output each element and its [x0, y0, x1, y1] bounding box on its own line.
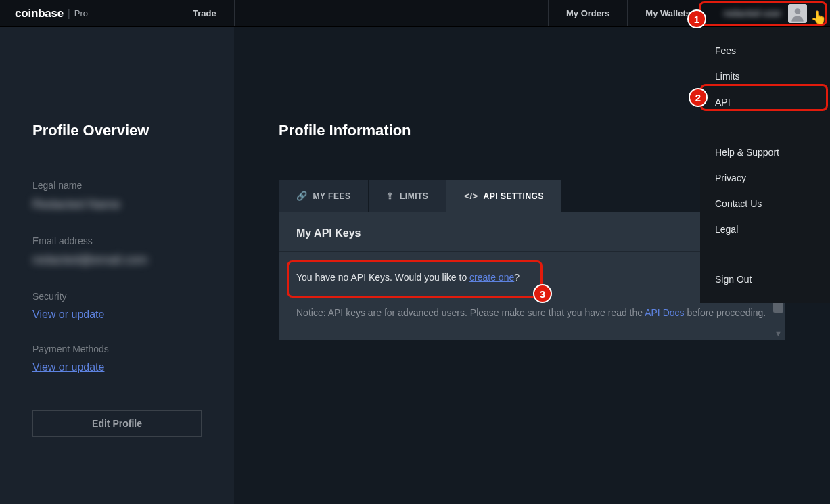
user-display-name: redacted user [724, 8, 781, 18]
code-icon: </> [464, 191, 478, 201]
security-label: Security [32, 291, 202, 302]
tab-limits[interactable]: ⇪ LIMITS [369, 180, 446, 212]
payment-label: Payment Methods [32, 344, 202, 354]
no-api-text-prefix: You have no API Keys. Would you like to [296, 272, 469, 283]
payment-link[interactable]: View or update [32, 361, 104, 373]
main-content: Profile Information 🔗 MY FEES ⇪ LIMITS <… [234, 27, 830, 504]
create-one-link[interactable]: create one [469, 272, 514, 283]
notice-prefix: Notice: API keys are for advanced users.… [296, 307, 645, 318]
brand-logo[interactable]: coinbase | Pro [0, 0, 175, 26]
edit-profile-button[interactable]: Edit Profile [32, 410, 202, 437]
tab-api-settings[interactable]: </> API SETTINGS [446, 180, 562, 212]
nav-my-orders[interactable]: My Orders [548, 0, 627, 26]
tab-my-fees[interactable]: 🔗 MY FEES [279, 180, 369, 212]
api-docs-link[interactable]: API Docs [645, 307, 684, 318]
user-dropdown: Fees Limits API Help & Support Privacy C… [700, 27, 830, 303]
tab-api-settings-label: API SETTINGS [484, 191, 544, 201]
panel-title: My API Keys [296, 227, 361, 239]
tab-limits-label: LIMITS [400, 191, 428, 201]
top-nav: coinbase | Pro Trade My Orders My Wallet… [0, 0, 830, 27]
nav-my-wallets[interactable]: My Wallets [627, 0, 708, 26]
dd-legal[interactable]: Legal [700, 216, 830, 242]
api-notice: Notice: API keys are for advanced users.… [279, 303, 785, 320]
dd-contact[interactable]: Contact Us [700, 191, 830, 216]
email-value: redacted@email.com [32, 253, 202, 268]
notice-suffix: before proceeding. [685, 307, 766, 318]
no-api-text-suffix: ? [514, 272, 520, 283]
nav-trade[interactable]: Trade [175, 0, 235, 26]
chevron-up-icon: ⌃ [814, 9, 821, 18]
user-menu-toggle[interactable]: redacted user ⌃ 👆 [708, 0, 830, 26]
sidebar: Profile Overview Legal name Redacted Nam… [0, 27, 234, 504]
dd-help[interactable]: Help & Support [700, 139, 830, 165]
dd-signout[interactable]: Sign Out [700, 267, 830, 292]
legal-name-label: Legal name [32, 180, 202, 191]
link-icon: 🔗 [296, 191, 308, 201]
tab-my-fees-label: MY FEES [313, 191, 351, 201]
upload-icon: ⇪ [386, 191, 394, 201]
dd-fees[interactable]: Fees [700, 38, 830, 64]
brand-name: coinbase [15, 7, 64, 20]
brand-suffix: Pro [74, 8, 88, 18]
scrollbar-down-icon[interactable]: ▼ [773, 329, 783, 339]
email-label: Email address [32, 235, 202, 246]
security-link[interactable]: View or update [32, 308, 104, 321]
avatar [788, 4, 807, 23]
sidebar-title: Profile Overview [32, 122, 202, 139]
nav-spacer [235, 0, 548, 26]
legal-name-value: Redacted Name [32, 198, 202, 212]
dd-api[interactable]: API [700, 89, 830, 115]
brand-separator: | [68, 8, 70, 19]
svg-point-0 [795, 8, 801, 14]
dd-limits[interactable]: Limits [700, 64, 830, 89]
dd-privacy[interactable]: Privacy [700, 165, 830, 191]
